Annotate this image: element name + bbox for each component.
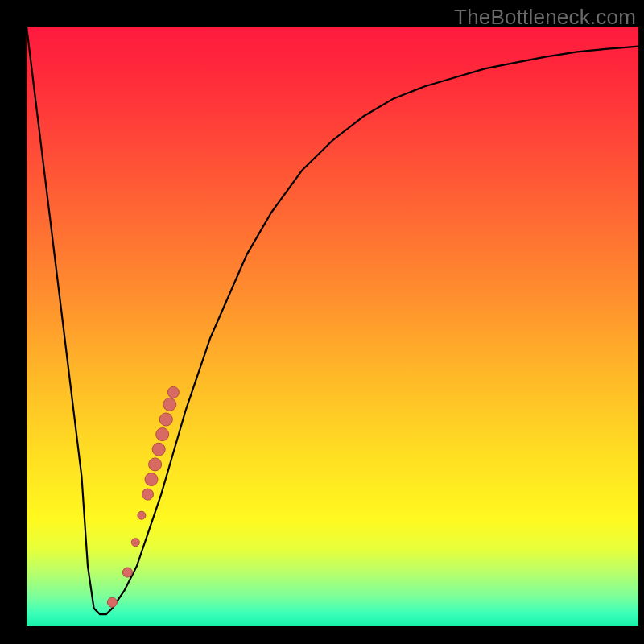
chart-marker (152, 443, 165, 456)
chart-marker (142, 489, 154, 500)
chart-marker (159, 413, 172, 426)
chart-marker (107, 597, 117, 607)
chart-marker (163, 398, 176, 411)
chart-marker (122, 568, 132, 577)
chart-plot-area (27, 27, 638, 626)
chart-marker (149, 458, 162, 471)
chart-frame: TheBottleneck.com (0, 0, 644, 644)
chart-marker (167, 386, 179, 398)
chart-svg (27, 27, 638, 626)
watermark-text: TheBottleneck.com (454, 5, 636, 30)
bottleneck-curve (27, 27, 638, 614)
chart-marker (156, 428, 169, 441)
chart-marker (131, 539, 139, 547)
chart-marker (138, 511, 146, 519)
chart-marker (145, 473, 158, 486)
chart-markers (107, 386, 179, 607)
